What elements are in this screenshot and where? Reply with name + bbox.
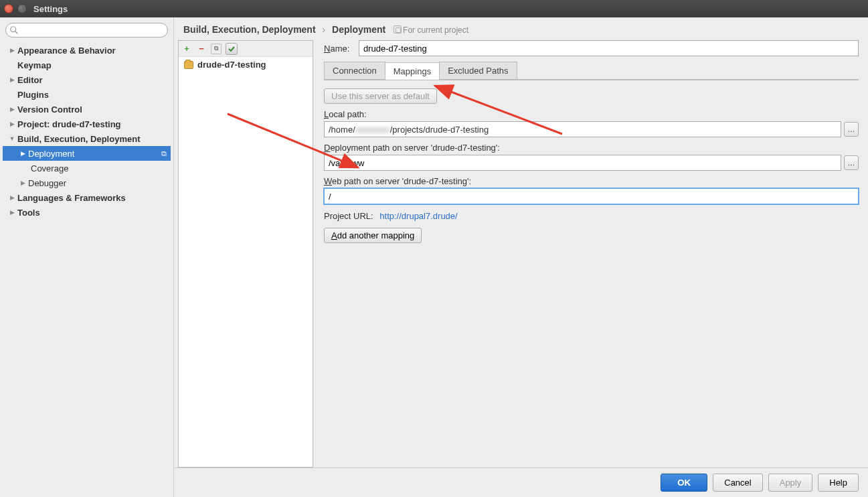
web-path-input[interactable] — [324, 188, 859, 204]
titlebar: Settings — [0, 0, 868, 17]
name-input[interactable] — [359, 40, 859, 56]
tree-coverage[interactable]: Coverage — [3, 161, 171, 175]
tab-connection[interactable]: Connection — [324, 62, 385, 79]
scope-icon — [394, 25, 402, 33]
help-button[interactable]: Help — [818, 474, 859, 492]
settings-tree: ▶Appearance & Behavior Keymap ▶Editor Pl… — [3, 43, 171, 220]
breadcrumb-note: For current project — [403, 25, 468, 35]
breadcrumb-b: Deployment — [332, 24, 385, 35]
server-item-label: drude-d7-testing — [197, 60, 266, 70]
remove-icon[interactable]: − — [196, 44, 207, 54]
ok-button[interactable]: OK — [661, 474, 707, 492]
tab-excluded[interactable]: Excluded Paths — [439, 62, 517, 79]
add-icon[interactable]: + — [181, 44, 192, 54]
project-url-link[interactable]: http://drupal7.drude/ — [379, 211, 457, 221]
close-icon[interactable] — [4, 4, 13, 13]
search-icon — [9, 25, 19, 35]
tree-version-control[interactable]: ▶Version Control — [3, 102, 171, 117]
dialog-footer: OK Cancel Apply Help — [174, 468, 868, 497]
server-toolbar: + − ⧉ — [179, 41, 313, 57]
minimize-icon[interactable] — [17, 4, 27, 13]
sidebar: ▶Appearance & Behavior Keymap ▶Editor Pl… — [0, 17, 174, 497]
tab-mappings[interactable]: Mappings — [385, 62, 440, 80]
tree-deployment[interactable]: ▶Deployment⧉ — [3, 146, 171, 161]
local-path-input[interactable]: /home/xxxxxxxx/projects/drude-d7-testing — [324, 121, 841, 137]
breadcrumb-a: Build, Execution, Deployment — [183, 24, 316, 35]
name-label: Name: — [324, 44, 359, 54]
svg-point-0 — [11, 27, 16, 32]
use-as-default-button[interactable]: Use this server as default — [324, 88, 437, 104]
server-item[interactable]: drude-d7-testing — [179, 57, 313, 72]
tree-languages[interactable]: ▶Languages & Frameworks — [3, 190, 171, 205]
apply-button[interactable]: Apply — [768, 474, 813, 492]
set-default-icon[interactable] — [226, 43, 238, 55]
deploy-path-input[interactable] — [324, 155, 841, 171]
tree-tools[interactable]: ▶Tools — [3, 205, 171, 220]
web-path-label: Web path on server 'drude-d7-testing': — [324, 176, 859, 186]
tree-plugins[interactable]: Plugins — [3, 87, 171, 102]
tree-editor[interactable]: ▶Editor — [3, 72, 171, 87]
tree-debugger[interactable]: ▶Debugger — [3, 175, 171, 190]
tree-appearance[interactable]: ▶Appearance & Behavior — [3, 43, 171, 58]
tree-project[interactable]: ▶Project: drude-d7-testing — [3, 117, 171, 131]
scope-icon: ⧉ — [161, 149, 167, 158]
window-title: Settings — [33, 4, 68, 14]
browse-deploy-path-button[interactable]: … — [844, 155, 859, 170]
ftp-icon — [184, 61, 193, 69]
server-list: + − ⧉ drude-d7-testing — [178, 40, 313, 468]
deployment-form: Name: Connection Mappings Excluded Paths… — [319, 40, 861, 468]
breadcrumb: Build, Execution, Deployment › Deploymen… — [174, 17, 868, 40]
search-input[interactable] — [5, 23, 168, 38]
copy-icon[interactable]: ⧉ — [211, 44, 222, 54]
svg-line-1 — [15, 31, 18, 34]
tree-keymap[interactable]: Keymap — [3, 58, 171, 72]
tabs: Connection Mappings Excluded Paths — [324, 62, 859, 80]
project-url-label: Project URL: — [324, 211, 373, 221]
tree-build[interactable]: ▼Build, Execution, Deployment — [3, 131, 171, 146]
add-mapping-button[interactable]: Add another mapping — [324, 228, 422, 243]
browse-local-path-button[interactable]: … — [844, 122, 859, 137]
deploy-path-label: Deployment path on server 'drude-d7-test… — [324, 143, 859, 153]
local-path-label: Local path: — [324, 109, 859, 119]
cancel-button[interactable]: Cancel — [713, 474, 762, 492]
